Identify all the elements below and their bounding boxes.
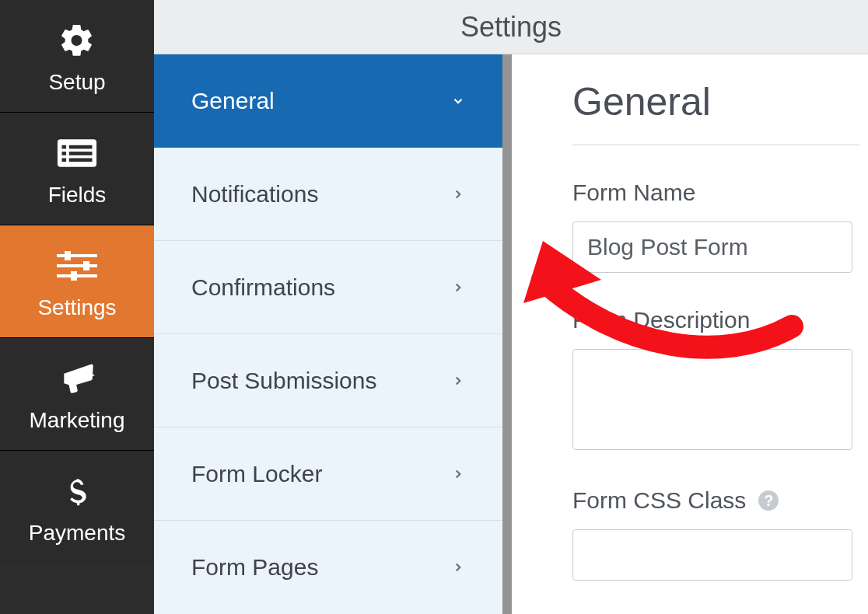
- page-header: Settings: [154, 0, 868, 54]
- settings-item-general[interactable]: General: [154, 54, 502, 148]
- chevron-right-icon: [451, 281, 465, 295]
- nav-item-settings[interactable]: Settings: [0, 225, 154, 338]
- megaphone-icon: [57, 358, 97, 399]
- settings-item-label: Post Submissions: [191, 368, 376, 394]
- help-icon[interactable]: ?: [758, 490, 779, 511]
- form-css-class-label-text: Form CSS Class: [572, 487, 746, 514]
- form-description-label: Form Description: [572, 307, 868, 333]
- settings-item-form-pages[interactable]: Form Pages: [154, 521, 502, 614]
- settings-item-notifications[interactable]: Notifications: [154, 148, 502, 241]
- svg-rect-4: [62, 152, 67, 155]
- svg-rect-5: [69, 152, 93, 155]
- form-css-class-input[interactable]: [572, 529, 852, 581]
- svg-rect-12: [83, 261, 89, 270]
- form-name-input[interactable]: [572, 222, 852, 273]
- svg-rect-2: [62, 145, 67, 149]
- form-name-label: Form Name: [572, 180, 868, 206]
- nav-label: Marketing: [30, 408, 125, 433]
- dollar-icon: [57, 471, 97, 511]
- sliders-icon: [57, 246, 97, 286]
- chevron-right-icon: [451, 374, 465, 388]
- nav-label: Setup: [48, 70, 105, 95]
- settings-submenu: General Notifications Confirmations: [154, 54, 512, 614]
- svg-rect-9: [57, 264, 97, 267]
- svg-rect-7: [69, 159, 93, 162]
- gear-icon: [57, 20, 97, 61]
- chevron-right-icon: [451, 560, 465, 574]
- form-css-class-label: Form CSS Class ?: [572, 487, 868, 514]
- settings-panel: General Form Name Form Description Form …: [512, 54, 868, 614]
- nav-label: Payments: [29, 521, 126, 546]
- nav-label: Fields: [48, 183, 107, 208]
- settings-item-label: Notifications: [191, 181, 318, 208]
- nav-item-fields[interactable]: Fields: [0, 113, 154, 225]
- panel-heading: General: [572, 79, 868, 124]
- chevron-right-icon: [451, 467, 465, 481]
- settings-item-label: Confirmations: [191, 274, 335, 301]
- settings-item-post-submissions[interactable]: Post Submissions: [154, 334, 502, 427]
- svg-rect-8: [57, 254, 97, 257]
- settings-item-label: Form Locker: [191, 461, 322, 487]
- settings-item-label: General: [191, 88, 275, 114]
- form-description-input[interactable]: [572, 349, 852, 450]
- settings-item-confirmations[interactable]: Confirmations: [154, 241, 502, 334]
- nav-item-payments[interactable]: Payments: [0, 451, 154, 563]
- svg-rect-6: [62, 159, 67, 162]
- divider: [572, 145, 860, 145]
- settings-item-label: Form Pages: [191, 554, 318, 581]
- nav-label: Settings: [37, 295, 116, 320]
- chevron-right-icon: [451, 187, 465, 201]
- list-icon: [57, 133, 97, 173]
- svg-rect-11: [65, 251, 71, 260]
- nav-rail: Setup Fields: [0, 0, 154, 614]
- svg-rect-3: [69, 145, 93, 149]
- nav-item-marketing[interactable]: Marketing: [0, 338, 154, 451]
- svg-rect-13: [71, 271, 77, 281]
- nav-item-setup[interactable]: Setup: [0, 0, 154, 113]
- settings-item-form-locker[interactable]: Form Locker: [154, 427, 502, 521]
- page-title: Settings: [460, 11, 562, 44]
- chevron-down-icon: [451, 94, 465, 108]
